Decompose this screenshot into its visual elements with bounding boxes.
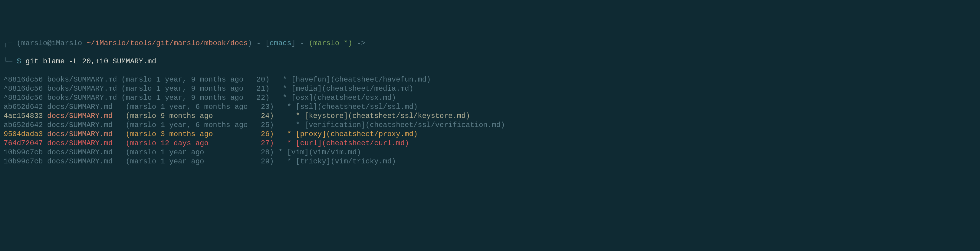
line-number: 29)	[256, 157, 274, 166]
file-path: docs/SUMMARY.md	[47, 157, 126, 166]
author-date: (marslo 1 year ago	[126, 148, 248, 157]
prompt-line-1: ┌─ (marslo@iMarslo ~/iMarslo/tools/git/m…	[4, 39, 976, 48]
branch-close: )	[348, 39, 352, 47]
blame-row: 10b99c7cb docs/SUMMARY.md (marslo 1 year…	[4, 148, 976, 157]
blame-row: ab652d642 docs/SUMMARY.md (marslo 1 year…	[4, 121, 976, 130]
close-paren: )	[248, 39, 252, 47]
file-path: docs/SUMMARY.md	[47, 121, 126, 129]
commit-hash: 764d72047	[4, 139, 43, 147]
line-number: 21)	[252, 85, 270, 93]
author-date: (marslo 1 year, 9 months ago	[121, 94, 243, 102]
commit-hash: 10b99c7cb	[4, 157, 43, 166]
blame-row: ^8816dc56 books/SUMMARY.md (marslo 1 yea…	[4, 75, 976, 84]
corner-top: ┌─	[4, 39, 13, 47]
rbracket: ]	[291, 39, 296, 47]
line-content: * [osx](cheatsheet/osx.md)	[274, 94, 396, 102]
line-number: 23)	[256, 103, 274, 111]
line-content: * [tricky](vim/tricky.md)	[278, 157, 396, 166]
cwd-path: ~/iMarslo/tools/git/marslo/mbook/docs	[87, 39, 248, 47]
dollar: $	[13, 57, 25, 66]
prompt-line-2: └─ $ git blame -L 20,+10 SUMMARY.md	[4, 57, 976, 66]
author-date: (marslo 1 year ago	[126, 157, 248, 166]
commit-hash: ^8816dc56	[4, 94, 43, 102]
line-content: * [ssl](cheatsheet/ssl/ssl.md)	[278, 103, 418, 111]
blame-row: 4ac154833 docs/SUMMARY.md (marslo 9 mont…	[4, 112, 976, 121]
git-blame-output: ^8816dc56 books/SUMMARY.md (marslo 1 yea…	[4, 75, 976, 166]
commit-hash: ab652d642	[4, 121, 43, 129]
arrow: ->	[352, 39, 365, 47]
lbracket: [	[265, 39, 269, 47]
file-path: docs/SUMMARY.md	[47, 148, 126, 157]
file-path: docs/SUMMARY.md	[47, 103, 126, 111]
line-number: 25)	[256, 121, 274, 129]
line-content: * [curl](cheatsheet/curl.md)	[278, 139, 409, 147]
command-text[interactable]: git blame -L 20,+10 SUMMARY.md	[25, 57, 156, 66]
corner-bot: └─	[4, 57, 13, 66]
author-date: (marslo 1 year, 6 months ago	[126, 121, 248, 129]
commit-hash: 9504dada3	[4, 130, 43, 138]
blame-row: 9504dada3 docs/SUMMARY.md (marslo 3 mont…	[4, 130, 976, 139]
open-paren: (	[17, 39, 21, 47]
line-number: 28)	[256, 148, 274, 157]
blame-row: ^8816dc56 books/SUMMARY.md (marslo 1 yea…	[4, 93, 976, 102]
blame-row: 10b99c7cb docs/SUMMARY.md (marslo 1 year…	[4, 157, 976, 166]
file-path: books/SUMMARY.md	[47, 94, 121, 102]
dash1: -	[252, 39, 265, 47]
author-date: (marslo 12 days ago	[126, 139, 248, 147]
author-date: (marslo 9 months ago	[126, 112, 248, 120]
branch-open: (	[309, 39, 313, 47]
line-content: * [proxy](cheatsheet/proxy.md)	[278, 130, 418, 138]
editor-name: emacs	[270, 39, 291, 47]
commit-hash: ^8816dc56	[4, 75, 43, 84]
line-number: 26)	[256, 130, 274, 138]
line-number: 24)	[256, 112, 274, 120]
file-path: books/SUMMARY.md	[47, 85, 121, 93]
git-branch: marslo *	[313, 39, 348, 47]
file-path: books/SUMMARY.md	[47, 75, 121, 84]
author-date: (marslo 1 year, 6 months ago	[126, 103, 248, 111]
line-content: * [havefun](cheatsheet/havefun.md)	[274, 75, 431, 84]
file-path: docs/SUMMARY.md	[47, 139, 126, 147]
line-number: 27)	[256, 139, 274, 147]
author-date: (marslo 1 year, 9 months ago	[121, 85, 243, 93]
blame-row: 764d72047 docs/SUMMARY.md (marslo 12 day…	[4, 139, 976, 148]
commit-hash: ab652d642	[4, 103, 43, 111]
user-host: marslo@iMarslo	[21, 39, 87, 47]
commit-hash: 4ac154833	[4, 112, 43, 120]
line-content: * [verification](cheatsheet/ssl/verifica…	[278, 121, 505, 129]
line-content: * [keystore](cheatsheet/ssl/keystore.md)	[278, 112, 470, 120]
line-content: * [media](cheatsheet/media.md)	[274, 85, 414, 93]
line-content: * [vim](vim/vim.md)	[278, 148, 361, 157]
line-number: 22)	[252, 94, 270, 102]
blame-row: ^8816dc56 books/SUMMARY.md (marslo 1 yea…	[4, 84, 976, 93]
dash2: -	[296, 39, 309, 47]
file-path: docs/SUMMARY.md	[47, 112, 126, 120]
line-number: 20)	[252, 75, 270, 84]
blame-row: ab652d642 docs/SUMMARY.md (marslo 1 year…	[4, 102, 976, 112]
commit-hash: ^8816dc56	[4, 85, 43, 93]
author-date: (marslo 1 year, 9 months ago	[121, 75, 243, 84]
commit-hash: 10b99c7cb	[4, 148, 43, 157]
author-date: (marslo 3 months ago	[126, 130, 248, 138]
file-path: docs/SUMMARY.md	[47, 130, 126, 138]
